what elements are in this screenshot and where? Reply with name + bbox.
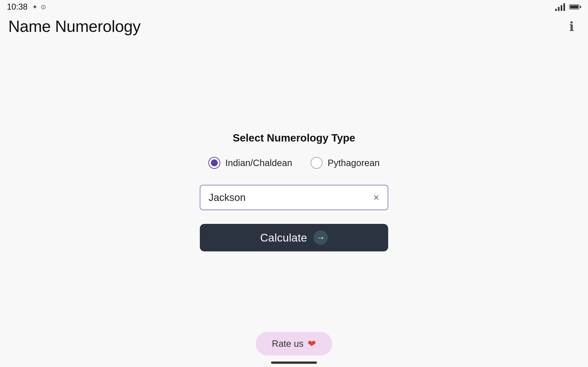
app-bar: Name Numerology ℹ bbox=[0, 14, 588, 39]
status-icons: ✦ ⊙ bbox=[32, 3, 46, 11]
radio-indian-chaldean[interactable]: Indian/Chaldean bbox=[208, 157, 292, 169]
arrow-circle: → bbox=[313, 231, 328, 245]
main-content: Select Numerology Type Indian/Chaldean P… bbox=[0, 39, 588, 344]
arrow-right-icon: → bbox=[316, 233, 325, 242]
radio-circle-indian bbox=[208, 157, 220, 169]
rate-us-button[interactable]: Rate us ❤ bbox=[256, 332, 332, 356]
rate-us-label: Rate us bbox=[272, 339, 304, 349]
radio-circle-pythagorean bbox=[311, 157, 322, 169]
page-title: Name Numerology bbox=[8, 17, 141, 35]
radio-inner-indian bbox=[211, 159, 218, 166]
name-input-wrapper: × bbox=[200, 185, 388, 210]
radio-group: Indian/Chaldean Pythagorean bbox=[208, 157, 380, 169]
battery-icon bbox=[569, 4, 581, 9]
radio-label-indian: Indian/Chaldean bbox=[225, 158, 292, 168]
status-left: 10:38 ✦ ⊙ bbox=[7, 2, 46, 12]
signal-icon bbox=[555, 3, 565, 11]
heart-icon: ❤ bbox=[308, 338, 316, 350]
section-heading: Select Numerology Type bbox=[233, 132, 355, 144]
status-right bbox=[555, 3, 581, 11]
info-button[interactable]: ℹ bbox=[563, 18, 580, 35]
calculate-label: Calculate bbox=[260, 232, 307, 244]
radio-label-pythagorean: Pythagorean bbox=[328, 158, 380, 168]
bottom-area: Rate us ❤ bbox=[0, 332, 588, 356]
status-time: 10:38 bbox=[7, 2, 27, 12]
name-input[interactable] bbox=[200, 185, 388, 210]
nav-indicator bbox=[271, 361, 317, 364]
calculate-button[interactable]: Calculate → bbox=[200, 224, 388, 251]
vpn-icon: ⊙ bbox=[41, 3, 46, 11]
clear-button[interactable]: × bbox=[370, 191, 383, 204]
location-icon: ✦ bbox=[32, 3, 37, 11]
radio-pythagorean[interactable]: Pythagorean bbox=[311, 157, 380, 169]
status-bar: 10:38 ✦ ⊙ bbox=[0, 0, 588, 14]
